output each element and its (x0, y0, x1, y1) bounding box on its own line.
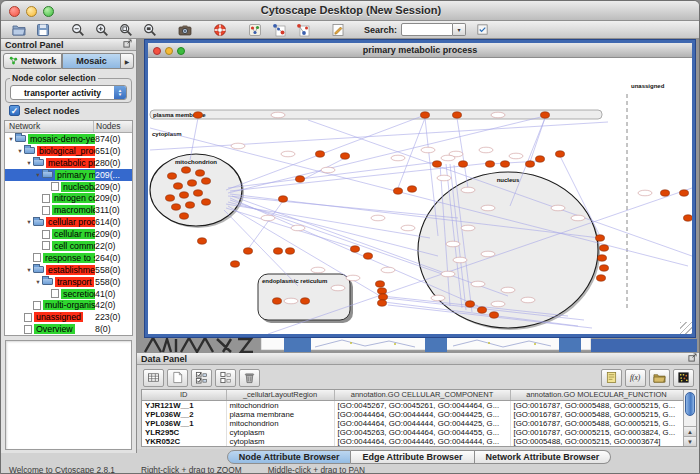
table-row[interactable]: YDR039C__1mitochondrion[GO:0044464, GO:0… (142, 446, 683, 448)
network-node[interactable] (536, 156, 545, 162)
help-lifering-icon[interactable] (208, 22, 232, 38)
tree-row[interactable]: Overview8(0) (5, 323, 132, 335)
attribute-table-icon[interactable] (143, 369, 164, 387)
new-attribute-icon[interactable] (167, 369, 188, 387)
network-node[interactable] (600, 245, 609, 251)
network-node[interactable] (198, 238, 207, 244)
network-node[interactable] (244, 248, 253, 254)
tab-network-attribute-browser[interactable]: Network Attribute Browser (475, 450, 612, 464)
tree-row[interactable]: ▼mosaic-demo-yeast874(0) (5, 133, 132, 145)
tree-row[interactable]: response to stimulu264(0) (5, 252, 132, 264)
network-node[interactable] (172, 204, 181, 210)
float-panel-icon[interactable] (123, 39, 132, 50)
table-row[interactable]: YPL036W__1mitochondrion[GO:0044464, GO:0… (142, 419, 683, 428)
network-node[interactable] (486, 161, 495, 167)
expand-arrow-icon[interactable]: ▼ (25, 160, 33, 166)
network-node[interactable] (180, 213, 189, 219)
tree-row[interactable]: ▼cellular process614(0) (5, 216, 132, 228)
formula-icon[interactable]: f(x) (625, 369, 646, 387)
expand-arrow-icon[interactable]: ▼ (25, 219, 33, 225)
tree-row[interactable]: cellular metabo209(0) (5, 228, 132, 240)
net-zoom-button[interactable] (177, 47, 185, 55)
node-color-select[interactable]: transporter activity ▲▼ (10, 85, 127, 100)
table-scrollbar[interactable]: ▲ ▼ (683, 390, 696, 446)
tree-row[interactable]: nucleobase-209(0) (5, 181, 132, 193)
vizmapper-icon[interactable] (243, 22, 267, 38)
tree-row[interactable]: nitrogen compo209(0) (5, 192, 132, 204)
advanced-search-icon[interactable] (473, 22, 491, 37)
zoom-selected-icon[interactable] (114, 22, 138, 38)
select-attributes-icon[interactable] (191, 369, 212, 387)
select-nodes-checkbox[interactable]: ✓ Select nodes (9, 105, 80, 116)
float-panel-icon[interactable] (688, 353, 697, 364)
zoom-out-icon[interactable] (66, 22, 90, 38)
tree-row[interactable]: macromolecule311(0) (5, 204, 132, 216)
column-header[interactable]: ID (142, 390, 226, 400)
network-node[interactable] (341, 153, 350, 159)
network-edge[interactable] (226, 204, 430, 238)
network-edge[interactable] (226, 208, 355, 248)
network-edge[interactable] (230, 200, 448, 276)
network-node[interactable] (202, 199, 211, 205)
tree-row[interactable]: multi-organism pro42(0) (5, 299, 132, 311)
expand-arrow-icon[interactable]: ▼ (7, 136, 15, 142)
table-row[interactable]: YPL036W__2plasma membrane[GO:0044464, GO… (142, 410, 683, 419)
table-row[interactable]: YLR295Ccytoplasm[GO:0045263, GO:0044464,… (142, 428, 683, 437)
network-node[interactable] (274, 248, 283, 254)
network-node[interactable] (394, 188, 403, 194)
network-node[interactable] (556, 151, 565, 157)
attribute-table-header-row[interactable]: ID_cellularLayoutRegionannotation.GO CEL… (142, 390, 683, 400)
tree-row[interactable]: ▼metabolic process280(0) (5, 157, 132, 169)
network-node[interactable] (174, 183, 183, 189)
network-node[interactable] (478, 307, 487, 313)
tree-row[interactable]: ▼biological_process651(0) (5, 145, 132, 157)
save-session-icon[interactable] (31, 22, 55, 38)
network-node[interactable] (459, 161, 468, 167)
network-node[interactable] (166, 195, 175, 201)
net-close-button[interactable] (153, 47, 161, 55)
network-window-titlebar[interactable]: primary metabolic process (148, 43, 692, 58)
tree-row[interactable]: cell communicat22(0) (5, 240, 132, 252)
column-header[interactable]: _cellularLayoutRegion (226, 390, 334, 400)
network-node[interactable] (316, 151, 325, 157)
table-row[interactable]: YKR052Ccytoplasm[GO:0044464, GO:0044446,… (142, 437, 683, 446)
network-node[interactable] (273, 298, 282, 304)
tree-row[interactable]: unassigned223(0) (5, 311, 132, 323)
birdseye-view[interactable] (5, 340, 132, 450)
network-node[interactable] (526, 161, 535, 167)
matrix-icon[interactable] (673, 369, 694, 387)
network-node[interactable] (180, 192, 189, 198)
net-minimize-button[interactable] (165, 47, 173, 55)
window-titlebar[interactable]: Cytoscape Desktop (New Session) (1, 1, 700, 21)
tab-mosaic[interactable]: Mosaic (62, 53, 121, 69)
search-input[interactable] (401, 23, 453, 36)
network-node[interactable] (364, 253, 373, 259)
network-node[interactable] (202, 178, 211, 184)
tab-overflow-button[interactable]: ▶ (121, 53, 134, 69)
network-node[interactable] (684, 215, 693, 221)
network-node[interactable] (378, 288, 387, 294)
network-node[interactable] (408, 186, 417, 192)
tab-network[interactable]: Network (3, 53, 62, 69)
network-node[interactable] (188, 180, 197, 186)
tree-row[interactable]: ▼primary metabo209(... (5, 169, 132, 181)
expand-arrow-icon[interactable]: ▼ (16, 148, 24, 154)
network-node[interactable] (376, 281, 385, 287)
expand-arrow-icon[interactable]: ▼ (25, 267, 33, 273)
network-node[interactable] (194, 112, 203, 118)
open-file-icon[interactable] (7, 22, 31, 38)
background-windows[interactable] (137, 335, 700, 353)
network-edge[interactable] (224, 210, 298, 286)
network-node[interactable] (231, 261, 240, 267)
network-node[interactable] (421, 112, 430, 118)
network-node[interactable] (453, 112, 462, 118)
network-node[interactable] (378, 300, 387, 306)
network-node[interactable] (196, 170, 205, 176)
tab-node-attribute-browser[interactable]: Node Attribute Browser (227, 450, 352, 464)
delete-attribute-icon[interactable] (239, 369, 260, 387)
tree-row[interactable]: ▼transport558(0) (5, 276, 132, 288)
network-edge[interactable] (150, 122, 608, 150)
network-node[interactable] (286, 248, 295, 254)
column-header[interactable]: annotation.GO MOLECULAR_FUNCTION (510, 390, 683, 400)
network-node[interactable] (379, 294, 388, 300)
